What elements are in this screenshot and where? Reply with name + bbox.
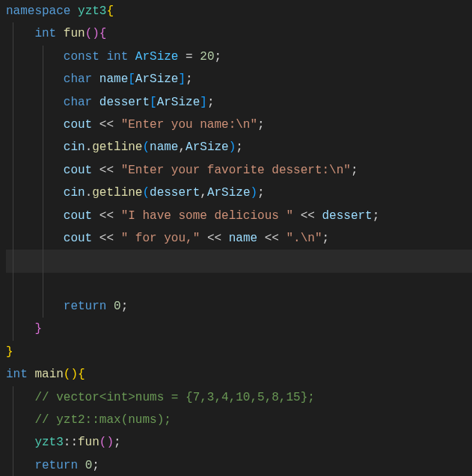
- token: <<: [99, 164, 114, 177]
- code-line[interactable]: int fun(){: [6, 22, 472, 45]
- token: dessert: [322, 209, 373, 223]
- token: [257, 232, 265, 245]
- token: // vector<int>nums = {7,3,4,10,5,8,15};: [34, 391, 314, 404]
- token: [114, 232, 121, 245]
- token: namespace: [6, 4, 70, 18]
- token: name: [99, 72, 128, 86]
- token: [: [150, 96, 157, 109]
- token: [70, 4, 78, 18]
- code-line[interactable]: namespace yzt3{: [6, 0, 472, 22]
- token: cout: [64, 209, 92, 223]
- code-line[interactable]: }: [6, 318, 472, 340]
- token: <<: [207, 232, 221, 245]
- code-line[interactable]: char dessert[ArSize];: [6, 91, 472, 114]
- code-line[interactable]: // yzt2::max(nums);: [6, 409, 472, 431]
- token: [28, 368, 35, 381]
- token: // yzt2::max(nums);: [34, 413, 171, 427]
- token: ,: [178, 140, 186, 154]
- token: dessert: [99, 96, 150, 109]
- code-editor[interactable]: namespace yzt3{ int fun(){ const int ArS…: [0, 0, 472, 476]
- code-line[interactable]: cout << " for you," << name << ".\n";: [6, 227, 472, 250]
- code-line[interactable]: cout << "Enter you name:\n";: [6, 114, 472, 136]
- token: (: [142, 140, 150, 154]
- token: dessert: [150, 186, 200, 200]
- token: main: [34, 368, 63, 381]
- token: [221, 232, 229, 245]
- code-line[interactable]: cout << "I have some delicious " << dess…: [6, 205, 472, 227]
- code-line[interactable]: [6, 273, 472, 295]
- token: [106, 300, 114, 313]
- token: {: [106, 4, 114, 18]
- token: [114, 209, 121, 223]
- token: yzt3: [34, 436, 63, 449]
- token: [56, 27, 64, 40]
- token: }: [6, 345, 13, 359]
- token: yzt3: [78, 4, 106, 18]
- code-line[interactable]: [6, 250, 472, 272]
- code-line[interactable]: char name[ArSize];: [6, 68, 472, 90]
- token: ".\n": [286, 232, 322, 245]
- token: cout: [64, 164, 92, 177]
- token: [114, 118, 121, 132]
- token: 0: [85, 459, 93, 472]
- token: ArSize: [157, 96, 200, 109]
- token: }: [34, 322, 42, 336]
- token: 20: [200, 50, 214, 64]
- token: (: [64, 368, 71, 381]
- token: int: [34, 27, 56, 40]
- token: ArSize: [135, 72, 179, 86]
- token: ;: [114, 436, 121, 449]
- token: ,: [200, 186, 207, 200]
- token: " for you,": [121, 232, 200, 245]
- token: ;: [236, 140, 243, 154]
- token: [193, 50, 200, 64]
- token: ): [106, 436, 114, 449]
- token: ): [251, 186, 258, 200]
- token: [99, 50, 107, 64]
- token: ;: [92, 459, 99, 472]
- token: [92, 209, 99, 223]
- token: [92, 164, 99, 177]
- token: "Enter you name:\n": [121, 118, 257, 132]
- token: "I have some delicious ": [121, 209, 293, 223]
- code-line[interactable]: int main(){: [6, 363, 472, 386]
- token: cin: [64, 140, 85, 154]
- token: return: [34, 459, 78, 472]
- token: ::: [64, 436, 78, 449]
- code-line[interactable]: return 0;: [6, 295, 472, 318]
- code-line[interactable]: cin.getline(name,ArSize);: [6, 136, 472, 158]
- token: =: [186, 50, 193, 64]
- token: <<: [99, 232, 114, 245]
- token: (: [99, 436, 107, 449]
- token: [92, 232, 99, 245]
- token: <<: [265, 232, 279, 245]
- token: [: [128, 72, 135, 86]
- token: [114, 164, 121, 177]
- token: ;: [207, 96, 215, 109]
- token: .: [85, 140, 93, 154]
- code-line[interactable]: // vector<int>nums = {7,3,4,10,5,8,15};: [6, 386, 472, 409]
- token: int: [106, 50, 128, 64]
- token: [92, 118, 99, 132]
- code-line[interactable]: cout << "Enter your favorite dessert:\n"…: [6, 159, 472, 182]
- token: [293, 209, 301, 223]
- code-line[interactable]: yzt3::fun();: [6, 431, 472, 454]
- code-line[interactable]: }: [6, 341, 472, 363]
- token: (: [142, 186, 150, 200]
- token: name: [229, 232, 257, 245]
- code-line[interactable]: return 0;: [6, 454, 472, 476]
- code-line[interactable]: const int ArSize = 20;: [6, 46, 472, 68]
- token: ]: [178, 72, 186, 86]
- token: [279, 232, 286, 245]
- token: int: [6, 368, 28, 381]
- token: name: [150, 140, 178, 154]
- token: getline: [92, 140, 142, 154]
- token: [78, 459, 85, 472]
- token: [92, 72, 99, 86]
- token: ;: [257, 186, 265, 200]
- token: [178, 50, 186, 64]
- token: ;: [322, 232, 330, 245]
- code-line[interactable]: cin.getline(dessert,ArSize);: [6, 182, 472, 204]
- token: {: [99, 27, 107, 40]
- token: getline: [92, 186, 142, 200]
